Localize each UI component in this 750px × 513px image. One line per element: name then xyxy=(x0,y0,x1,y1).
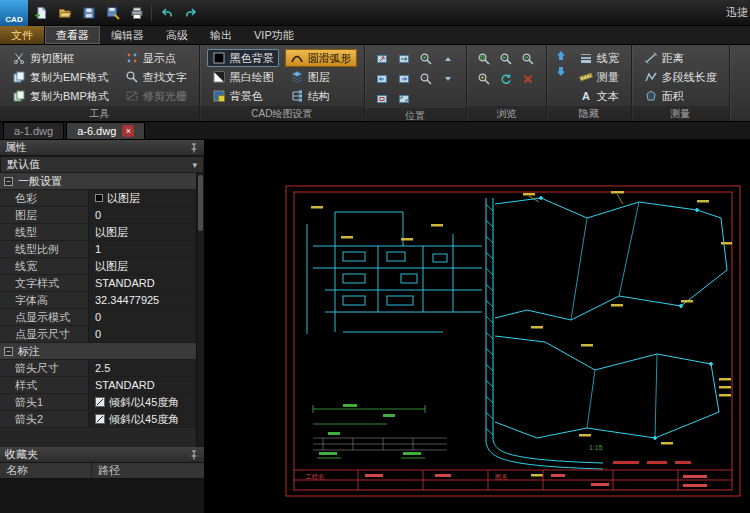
trim-raster-button[interactable]: 修剪光栅 xyxy=(120,87,192,105)
pin-icon[interactable] xyxy=(189,450,199,460)
scrollbar-thumb[interactable] xyxy=(198,175,203,231)
cut-frame-button[interactable]: 剪切图框 xyxy=(7,49,114,67)
section-general-title: 一般设置 xyxy=(18,174,62,189)
move-window-button[interactable] xyxy=(394,49,415,68)
arrow1-value[interactable]: 倾斜/以45度角 xyxy=(88,394,204,410)
section-dimension[interactable]: − 标注 xyxy=(0,343,204,360)
close-tab-icon[interactable]: × xyxy=(122,125,134,137)
copy-bmp-button[interactable]: 复制为BMP格式 xyxy=(7,87,114,105)
smooth-arc-label: 圆滑弧形 xyxy=(308,51,352,66)
layers-button[interactable]: 图层 xyxy=(285,68,357,86)
doc-tab-a1[interactable]: a-1.dwg xyxy=(3,122,64,139)
measure-polyline-button[interactable]: 多段线长度 xyxy=(639,68,722,86)
arrow-down-icon xyxy=(554,64,568,78)
point-mode-value[interactable]: 0 xyxy=(88,309,204,325)
collapse-icon[interactable]: − xyxy=(4,177,13,186)
linetype-scale-value[interactable]: 1 xyxy=(88,241,204,257)
property-row-text-style: 文字样式 STANDARD xyxy=(0,275,204,292)
arrow-size-value[interactable]: 2.5 xyxy=(88,360,204,376)
cancel-view-button[interactable] xyxy=(518,69,539,88)
area-label: 面积 xyxy=(662,89,684,104)
find-text-button[interactable]: 查找文字 xyxy=(120,68,192,86)
refresh-view-button[interactable] xyxy=(496,69,517,88)
collapse-icon[interactable]: − xyxy=(4,347,13,356)
section-general-settings[interactable]: − 一般设置 xyxy=(0,173,204,190)
property-row-color: 色彩 以图层 xyxy=(0,190,204,207)
property-scrollbar[interactable] xyxy=(196,173,204,447)
window-title: 迅捷 xyxy=(726,5,750,20)
background-color-button[interactable]: 背景色 xyxy=(207,87,279,105)
black-background-button[interactable]: 黑色背景 xyxy=(207,49,279,67)
text-toggle-button[interactable]: A 文本 xyxy=(574,87,624,105)
show-points-button[interactable]: 显示点 xyxy=(120,49,192,67)
print-button[interactable] xyxy=(125,2,148,24)
pan-window-button[interactable] xyxy=(372,49,393,68)
measure-distance-button[interactable]: 距离 xyxy=(639,49,722,67)
title-block-project-label: 工程名 xyxy=(305,473,325,481)
favorites-col-name[interactable]: 名称 xyxy=(0,463,92,478)
section-dimension-title: 标注 xyxy=(18,344,40,359)
ribbon-group-draw-settings: 黑色背景 黑白绘图 背景色 圆滑弧形 xyxy=(200,45,365,121)
menu-tab-editor[interactable]: 编辑器 xyxy=(100,26,155,44)
save-button[interactable] xyxy=(77,2,100,24)
dim-style-value[interactable]: STANDARD xyxy=(88,377,204,393)
menu-tab-viewer[interactable]: 查看器 xyxy=(45,26,100,44)
lower-order-button[interactable] xyxy=(554,64,568,78)
point-size-value[interactable]: 0 xyxy=(88,326,204,342)
pin-icon[interactable] xyxy=(189,143,199,153)
favorites-column-headers: 名称 路径 xyxy=(0,463,204,479)
redo-button[interactable] xyxy=(179,2,202,24)
smooth-arc-button[interactable]: 圆滑弧形 xyxy=(285,49,357,67)
new-file-button[interactable] xyxy=(29,2,52,24)
fit-window-button[interactable] xyxy=(372,89,393,108)
structure-button[interactable]: 结构 xyxy=(285,87,357,105)
previous-window-button[interactable] xyxy=(372,69,393,88)
zoom-in-button[interactable] xyxy=(416,49,437,68)
oblique-arrow-icon xyxy=(95,397,105,407)
lineweight-value[interactable]: 以图层 xyxy=(88,258,204,274)
menu-tab-advanced[interactable]: 高级 xyxy=(155,26,199,44)
copy-emf-button[interactable]: 复制为EMF格式 xyxy=(7,68,114,86)
scissors-icon xyxy=(12,51,26,65)
position-more-down-button[interactable] xyxy=(438,69,459,88)
text-style-value[interactable]: STANDARD xyxy=(88,275,204,291)
menu-tab-file[interactable]: 文件 xyxy=(0,26,45,44)
titlebar: CAD 迅捷 xyxy=(0,0,750,26)
zoom-out-button[interactable] xyxy=(416,69,437,88)
preset-dropdown[interactable]: 默认值 ▾ xyxy=(0,156,204,173)
linetype-value[interactable]: 以图层 xyxy=(88,224,204,240)
doc-tab-a6[interactable]: a-6.dwg × xyxy=(66,122,145,139)
previous-view-button[interactable] xyxy=(496,49,517,68)
undo-button[interactable] xyxy=(155,2,178,24)
ribbon-group-measure: 距离 多段线长度 面积 测量 xyxy=(632,45,730,121)
properties-panel-title: 属性 xyxy=(5,140,27,155)
font-height-value[interactable]: 32.34477925 xyxy=(88,292,204,308)
zoom-extents-button[interactable] xyxy=(474,69,495,88)
layer-value[interactable]: 0 xyxy=(88,207,204,223)
copy-emf-label: 复制为EMF格式 xyxy=(30,70,108,85)
menu-tab-vip[interactable]: VIP功能 xyxy=(243,26,305,44)
next-window-button[interactable] xyxy=(394,69,415,88)
menu-tab-output[interactable]: 输出 xyxy=(199,26,243,44)
ribbon-group-position: 位置 xyxy=(365,45,467,121)
arrow2-value[interactable]: 倾斜/以45度角 xyxy=(88,411,204,427)
zoom-window-button[interactable] xyxy=(474,49,495,68)
next-view-button[interactable] xyxy=(518,49,539,68)
color-value[interactable]: 以图层 xyxy=(88,190,204,206)
raise-order-button[interactable] xyxy=(554,49,568,63)
lineweight-toggle-button[interactable]: 线宽 xyxy=(574,49,624,67)
open-file-button[interactable] xyxy=(53,2,76,24)
save-as-button[interactable] xyxy=(101,2,124,24)
position-more-up-button[interactable] xyxy=(438,49,459,68)
full-extent-button[interactable] xyxy=(394,89,415,108)
favorites-col-path[interactable]: 路径 xyxy=(92,463,126,478)
measure-area-button[interactable]: 面积 xyxy=(639,87,722,105)
measure-toggle-button[interactable]: 测量 xyxy=(574,68,624,86)
doc-tab-label: a-1.dwg xyxy=(14,125,53,137)
bw-drawing-button[interactable]: 黑白绘图 xyxy=(207,68,279,86)
favorites-list[interactable] xyxy=(0,479,204,513)
move-window-icon xyxy=(397,52,411,66)
area-icon xyxy=(644,89,658,103)
app-logo[interactable]: CAD xyxy=(0,0,28,26)
drawing-canvas[interactable]: 1:15 工程名 图名 xyxy=(205,140,750,513)
